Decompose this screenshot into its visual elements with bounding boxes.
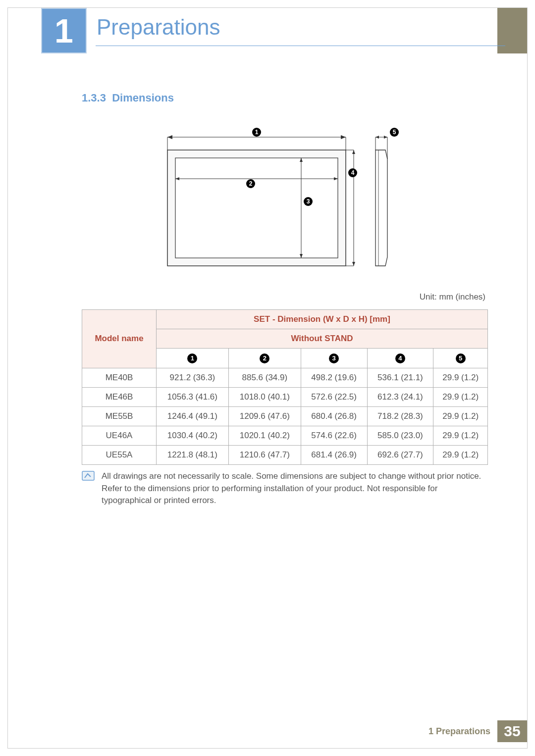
svg-marker-20	[352, 150, 355, 154]
table-row: ME55B 1246.4 (49.1) 1209.6 (47.6) 680.4 …	[82, 406, 488, 426]
dim-cell: 29.9 (1.2)	[433, 426, 488, 445]
dim-cell: 29.9 (1.2)	[433, 368, 488, 387]
dim-cell: 718.2 (28.3)	[367, 406, 433, 426]
model-cell: ME40B	[82, 368, 157, 387]
svg-text:4: 4	[351, 169, 354, 176]
unit-label: Unit: mm (inches)	[420, 292, 485, 302]
dim-cell: 612.3 (24.1)	[367, 387, 433, 406]
dim-cell: 574.6 (22.6)	[301, 426, 367, 445]
svg-marker-29	[384, 136, 387, 139]
dim-cell: 29.9 (1.2)	[433, 406, 488, 426]
svg-marker-21	[352, 262, 355, 266]
chapter-rule	[96, 46, 505, 46]
section-title: Dimensions	[112, 92, 174, 104]
dim-cell: 1246.4 (49.1)	[157, 406, 229, 426]
note-text: All drawings are not necessarily to scal…	[102, 470, 488, 507]
dim-cell: 692.6 (27.7)	[367, 445, 433, 464]
table-row: ME40B 921.2 (36.3) 885.6 (34.9) 498.2 (1…	[82, 368, 488, 387]
table-header-row-1: Model name SET - Dimension (W x D x H) […	[82, 310, 488, 329]
svg-text:2: 2	[249, 180, 252, 187]
svg-marker-1	[167, 135, 172, 139]
col-5-header: 5	[433, 349, 488, 368]
dimension-diagram: 1 2 3 4 5	[82, 121, 490, 280]
section-number: 1.3.3	[82, 92, 106, 104]
dim-cell: 1210.6 (47.7)	[228, 445, 301, 464]
col-3-header: 3	[301, 349, 367, 368]
svg-text:1: 1	[255, 129, 258, 136]
dim-cell: 921.2 (36.3)	[157, 368, 229, 387]
svg-text:5: 5	[392, 129, 396, 136]
table-row: UE55A 1221.8 (48.1) 1210.6 (47.7) 681.4 …	[82, 445, 488, 464]
col-1-header: 1	[157, 349, 229, 368]
dim-cell: 572.6 (22.5)	[301, 387, 367, 406]
footer-page-number: 35	[497, 720, 527, 742]
dim-cell: 680.4 (26.8)	[301, 406, 367, 426]
svg-rect-8	[175, 158, 338, 258]
dim-cell: 29.9 (1.2)	[433, 387, 488, 406]
dim-cell: 536.1 (21.1)	[367, 368, 433, 387]
svg-rect-34	[82, 471, 94, 480]
svg-marker-2	[341, 135, 346, 139]
dim-cell: 29.9 (1.2)	[433, 445, 488, 464]
model-cell: ME46B	[82, 387, 157, 406]
footer-text: 1 Preparations	[428, 726, 497, 737]
without-stand-header: Without STAND	[157, 329, 488, 349]
dimensions-table: Model name SET - Dimension (W x D x H) […	[82, 309, 488, 465]
dim-cell: 885.6 (34.9)	[228, 368, 301, 387]
model-cell: UE46A	[82, 426, 157, 445]
note-block: All drawings are not necessarily to scal…	[82, 470, 488, 507]
dim-cell: 1221.8 (48.1)	[157, 445, 229, 464]
model-cell: ME55B	[82, 406, 157, 426]
model-name-header: Model name	[82, 310, 157, 368]
table-row: ME46B 1056.3 (41.6) 1018.0 (40.1) 572.6 …	[82, 387, 488, 406]
chapter-header: 1 Preparations	[30, 8, 505, 52]
chapter-title: Preparations	[97, 15, 220, 40]
set-dimension-header: SET - Dimension (W x D x H) [mm]	[157, 310, 488, 329]
dim-cell: 1209.6 (47.6)	[228, 406, 301, 426]
dim-cell: 1020.1 (40.2)	[228, 426, 301, 445]
section-heading: 1.3.3 Dimensions	[82, 92, 174, 104]
dim-cell: 681.4 (26.9)	[301, 445, 367, 464]
col-4-header: 4	[367, 349, 433, 368]
dim-cell: 585.0 (23.0)	[367, 426, 433, 445]
chapter-number-badge: 1	[41, 8, 87, 53]
dim-cell: 1018.0 (40.1)	[228, 387, 301, 406]
page-footer: 1 Preparations 35	[428, 720, 527, 742]
note-icon	[82, 470, 95, 481]
table-row: UE46A 1030.4 (40.2) 1020.1 (40.2) 574.6 …	[82, 426, 488, 445]
svg-marker-28	[375, 136, 379, 139]
dim-cell: 1030.4 (40.2)	[157, 426, 229, 445]
dim-cell: 498.2 (19.6)	[301, 368, 367, 387]
svg-text:3: 3	[306, 198, 310, 205]
col-2-header: 2	[228, 349, 301, 368]
model-cell: UE55A	[82, 445, 157, 464]
dim-cell: 1056.3 (41.6)	[157, 387, 229, 406]
diagram-svg: 1 2 3 4 5	[148, 126, 425, 275]
